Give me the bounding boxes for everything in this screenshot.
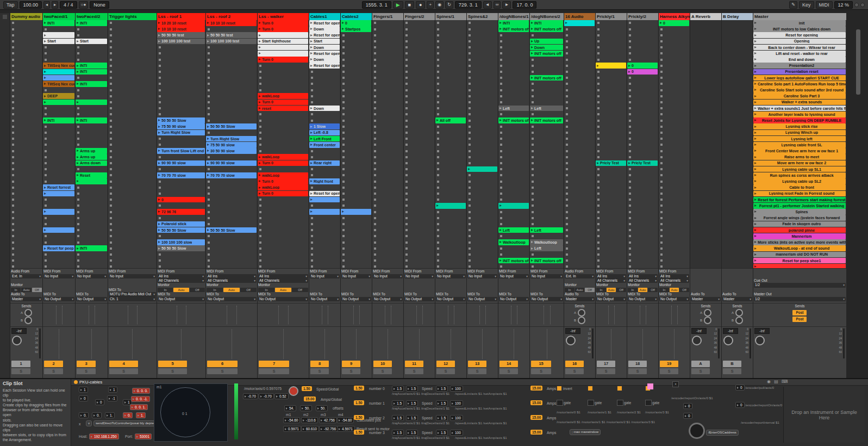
scene-row[interactable]: Cable to front: [753, 184, 846, 190]
clip[interactable]: Reset: [76, 172, 107, 178]
scene-play-icon[interactable]: [754, 162, 757, 164]
arrangement-position-display[interactable]: 1555. 3. 1: [362, 1, 391, 9]
io-dropdown[interactable]: All Ins▾: [158, 274, 205, 278]
monitor-in-button[interactable]: In: [659, 288, 669, 292]
clip[interactable]: [309, 197, 340, 203]
value-box[interactable]: 1.5: [436, 386, 448, 392]
track-header[interactable]: B Delay: [722, 13, 753, 20]
scene-play-icon[interactable]: [754, 34, 757, 36]
scene-row[interactable]: Another layer leads to lysning sound: [753, 112, 846, 117]
solo-button[interactable]: S: [405, 368, 423, 374]
scene-row[interactable]: Forrest pt1 - performer Jostein Started …: [753, 203, 846, 209]
scene-play-icon[interactable]: [754, 223, 757, 225]
volume-knob[interactable]: [692, 336, 702, 345]
clip-play-icon[interactable]: [310, 22, 313, 24]
clip-play-icon[interactable]: [44, 210, 46, 213]
clip[interactable]: Turn 0: [258, 191, 308, 197]
clip[interactable]: TiltSeq Nex cue: [43, 63, 74, 69]
io-dropdown[interactable]: No Output▾: [341, 297, 371, 301]
scene-play-icon[interactable]: [754, 265, 757, 268]
scene-row[interactable]: polaroid pinne: [753, 227, 846, 233]
clip-play-icon[interactable]: [77, 40, 79, 42]
highlight-value-box[interactable]: 15.00: [530, 400, 542, 405]
clip-play-icon[interactable]: [342, 210, 344, 213]
io-dropdown[interactable]: All Ins▾: [596, 274, 626, 278]
solo-button[interactable]: S: [628, 368, 647, 374]
clip-play-icon[interactable]: [499, 22, 502, 24]
clip-play-icon[interactable]: [531, 107, 533, 109]
clip-slot[interactable]: [564, 264, 595, 268]
clip-play-icon[interactable]: [310, 46, 313, 48]
clip-play-icon[interactable]: [310, 58, 313, 60]
clip[interactable]: Up: [530, 39, 563, 45]
clip[interactable]: INTI: [43, 20, 74, 26]
clip[interactable]: INTI: [76, 117, 107, 123]
track-number-arm[interactable]: 10: [373, 361, 392, 367]
send-knob[interactable]: [24, 317, 32, 324]
io-dropdown[interactable]: MOTU Pro Audio Midi Out▾: [109, 292, 156, 296]
clip[interactable]: Polaroid stick: [157, 221, 205, 227]
stop-button[interactable]: ■: [405, 1, 414, 9]
clip[interactable]: 0: [157, 197, 205, 203]
scene-row[interactable]: Lysning cable front SL: [753, 142, 846, 148]
clip[interactable]: Turn 0: [258, 100, 308, 106]
clip-play-icon[interactable]: [499, 119, 502, 121]
clip[interactable]: 10 20 10 reset: [157, 20, 205, 26]
clip[interactable]: walkLoop: [258, 172, 308, 178]
track-header[interactable]: twoFaced/1: [43, 13, 75, 20]
highlight-value-box[interactable]: 1.50: [302, 386, 312, 391]
value-box[interactable]: 0: [79, 395, 88, 401]
io-dropdown[interactable]: All Ins▾: [659, 274, 689, 278]
clip[interactable]: Front center: [309, 142, 340, 148]
dial-knob[interactable]: [689, 423, 705, 439]
clip-slot[interactable]: [108, 264, 156, 268]
clip[interactable]: INTI: [76, 69, 107, 75]
scene-play-icon[interactable]: [754, 95, 757, 97]
monitor-auto-button[interactable]: Auto: [575, 288, 585, 292]
clip[interactable]: Down: [309, 57, 340, 63]
clip[interactable]: 0: [341, 20, 371, 26]
clip[interactable]: [435, 203, 466, 209]
highlight-value-box[interactable]: 15.00: [530, 415, 542, 420]
clip-slot[interactable]: [258, 264, 308, 268]
scene-play-icon[interactable]: [754, 150, 757, 152]
clip-slot[interactable]: [372, 264, 403, 268]
scene-row[interactable]: Fade in skogen outro: [753, 221, 846, 227]
scene-row[interactable]: Lysning Winch up: [753, 130, 846, 136]
scene-play-icon[interactable]: [754, 40, 757, 42]
scene-play-icon[interactable]: [754, 156, 757, 158]
clip-play-icon[interactable]: [77, 150, 79, 152]
clip[interactable]: 100 100 100 slow: [157, 239, 205, 245]
clip[interactable]: 50 50 50 test: [206, 32, 257, 38]
clip-play-icon[interactable]: [499, 107, 502, 109]
value-box[interactable]: 0: [735, 385, 745, 391]
clip-play-icon[interactable]: [310, 34, 313, 36]
clip[interactable]: DEEP: [43, 93, 74, 99]
track-number-arm[interactable]: 2: [44, 361, 63, 367]
clip-play-icon[interactable]: [259, 187, 261, 189]
scene-row[interactable]: Walker + extra sounds: [753, 100, 846, 106]
scene-play-icon[interactable]: [754, 174, 757, 176]
clip[interactable]: 0: [627, 69, 658, 75]
io-dropdown[interactable]: No Output▾: [76, 297, 107, 301]
monitor-auto-button[interactable]: Auto: [21, 288, 31, 292]
monitor-in-button[interactable]: In: [628, 288, 638, 292]
scene-row[interactable]: More sticks jints on active sync more ev…: [753, 239, 846, 245]
value-box[interactable]: 42.756: [319, 417, 337, 423]
clip[interactable]: INIT motors off: [530, 258, 563, 264]
message-box[interactable]: /EnterOSCaddress: [706, 430, 739, 436]
clip-play-icon[interactable]: [158, 174, 160, 176]
clip-play-icon[interactable]: [310, 126, 313, 128]
clip-slot[interactable]: [341, 264, 371, 268]
value-box[interactable]: 0.: [92, 412, 102, 418]
clip-slot[interactable]: [157, 264, 205, 268]
io-dropdown[interactable]: No Output▾: [310, 297, 340, 301]
io-dropdown[interactable]: No Input▾: [499, 274, 529, 278]
clip[interactable]: 50 50 50 Slow: [206, 227, 257, 233]
send-knob[interactable]: [24, 309, 32, 317]
clip-play-icon[interactable]: [77, 119, 79, 121]
track-number-arm[interactable]: 16: [565, 361, 584, 367]
red-dial[interactable]: [289, 386, 298, 396]
clip-slot[interactable]: [498, 264, 529, 268]
monitor-in-button[interactable]: In: [158, 288, 173, 292]
